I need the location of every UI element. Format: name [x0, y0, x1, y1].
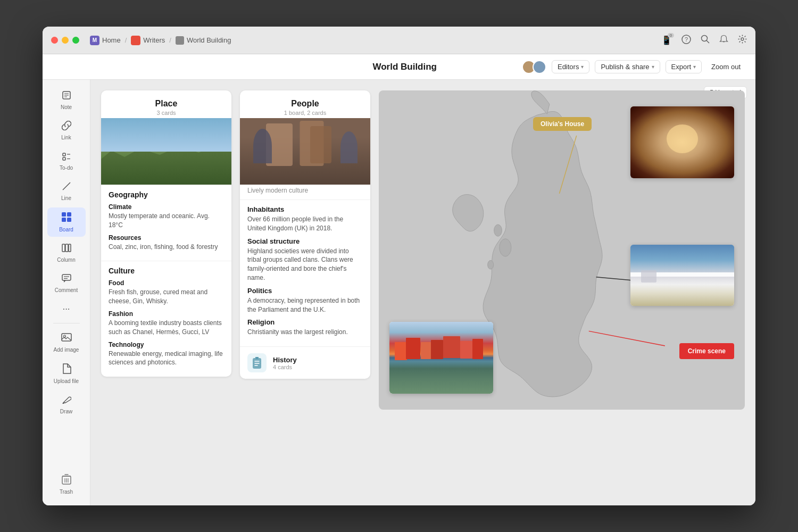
sidebar-item-add-image[interactable]: Add image — [47, 328, 86, 357]
note-icon — [62, 90, 71, 103]
breadcrumb-item-home[interactable]: M Home — [90, 36, 121, 45]
food-label: Food — [109, 279, 224, 287]
app-header: World Building Editors ▾ Publish & share… — [43, 54, 755, 80]
breadcrumb-wb-label: World Building — [187, 36, 231, 44]
history-info: History 4 cards — [273, 356, 297, 370]
line-icon — [62, 181, 71, 194]
sidebar: Note Link To-do Line — [43, 80, 90, 505]
breadcrumb-item-wb[interactable]: World Building — [176, 36, 231, 45]
sidebar-item-note[interactable]: Note — [47, 86, 86, 114]
svg-rect-22 — [62, 275, 71, 280]
add-image-icon — [61, 332, 72, 345]
sidebar-item-todo[interactable]: To-do — [47, 147, 86, 175]
more-icon: ··· — [62, 304, 70, 314]
social-value: Highland societies were divided into tri… — [247, 247, 363, 282]
wb-icon — [176, 36, 184, 45]
crime-scene-label: Crime scene — [679, 343, 734, 359]
phone-icon[interactable]: 📱 0 — [661, 35, 672, 45]
svg-rect-15 — [62, 212, 66, 217]
svg-point-5 — [741, 38, 744, 40]
title-bar: M Home / Writers / World Building 📱 0 ? — [43, 27, 755, 54]
geography-title: Geography — [109, 190, 224, 199]
sidebar-item-draw[interactable]: Draw — [47, 390, 86, 419]
svg-rect-19 — [62, 244, 65, 252]
place-board-card[interactable]: Place 3 cards Geography Climate Mostly t… — [101, 90, 231, 377]
mac-window: M Home / Writers / World Building 📱 0 ? — [43, 27, 755, 505]
help-icon[interactable]: ? — [681, 35, 691, 46]
caves-annotation[interactable]: The caves — [630, 106, 734, 178]
todo-label: To-do — [60, 165, 73, 171]
people-board-card[interactable]: People 1 board, 2 cards Live — [240, 90, 370, 379]
svg-point-2 — [702, 36, 708, 41]
chevron-down-icon: ▾ — [581, 64, 584, 70]
draw-label: Draw — [60, 409, 72, 414]
maximize-button[interactable] — [72, 37, 79, 44]
crime-scene-annotation[interactable]: Crime scene — [679, 343, 734, 359]
export-button[interactable]: Export ▾ — [666, 60, 702, 73]
politics-label: Politics — [247, 287, 363, 295]
board-icon — [61, 212, 72, 225]
search-icon[interactable] — [701, 35, 710, 46]
editors-button[interactable]: Editors ▾ — [552, 60, 589, 73]
svg-line-3 — [706, 40, 709, 43]
sidebar-item-line[interactable]: Line — [47, 177, 86, 205]
people-card-header: People 1 board, 2 cards — [240, 90, 370, 118]
breadcrumb-writers-label: Writers — [143, 36, 165, 44]
breadcrumb-item-writers[interactable]: Writers — [131, 36, 165, 45]
close-button[interactable] — [51, 37, 58, 44]
todo-icon — [62, 151, 71, 163]
climate-value: Mostly temperate and oceanic. Avg. 18°C — [109, 212, 224, 230]
svg-line-14 — [63, 182, 70, 190]
link-label: Link — [61, 135, 71, 140]
olivias-house-annotation[interactable]: Olivia's House — [533, 117, 592, 131]
minimize-button[interactable] — [62, 37, 69, 44]
main-area: Note Link To-do Line — [43, 80, 755, 505]
fashion-value: A booming textile industry boasts client… — [109, 319, 224, 337]
editors-label: Editors — [558, 63, 579, 71]
history-title: History — [273, 356, 297, 364]
sidebar-item-more[interactable]: ··· — [47, 300, 86, 319]
food-value: Fresh fish, grouse, cured meat and chees… — [109, 288, 224, 306]
sidebar-item-board[interactable]: Board — [47, 207, 86, 237]
inhabitants-label: Inhabitants — [247, 205, 363, 213]
publish-share-button[interactable]: Publish & share ▾ — [595, 60, 660, 73]
traffic-lights — [51, 37, 79, 44]
trash-icon — [62, 474, 71, 487]
caves-image — [630, 106, 734, 168]
settings-icon[interactable] — [738, 35, 747, 46]
sidebar-divider — [53, 323, 80, 323]
religion-value: Christianity was the largest religion. — [247, 328, 363, 337]
olivias-house-label: Olivia's House — [533, 117, 592, 131]
sidebar-item-column[interactable]: Column — [47, 239, 86, 267]
history-icon — [247, 353, 267, 372]
svg-rect-21 — [69, 244, 71, 252]
comment-label: Comment — [55, 287, 78, 293]
svg-point-26 — [63, 335, 65, 337]
svg-point-34 — [494, 225, 502, 236]
content-area: 5 Unsorted Place 3 cards — [90, 80, 755, 505]
svg-rect-17 — [62, 218, 66, 222]
comment-icon — [62, 273, 71, 286]
svg-point-35 — [488, 260, 494, 269]
svg-point-33 — [500, 239, 511, 256]
zoom-out-button[interactable]: Zoom out — [707, 61, 745, 73]
sidebar-item-trash[interactable]: Trash — [47, 470, 86, 499]
svg-rect-12 — [63, 157, 65, 160]
resources-value: Coal, zinc, iron, fishing, food & forest… — [109, 243, 224, 252]
add-image-label: Add image — [54, 347, 79, 353]
sidebar-item-link[interactable]: Link — [47, 117, 86, 145]
svg-rect-20 — [65, 244, 68, 252]
cliffs-image — [630, 245, 734, 306]
map-background: Olivia's House — [379, 90, 745, 410]
history-section[interactable]: History 4 cards — [240, 346, 370, 379]
village-annotation[interactable]: Seaside village — [389, 322, 493, 394]
sidebar-item-comment[interactable]: Comment — [47, 269, 86, 297]
cliffs-annotation[interactable] — [630, 245, 734, 306]
draw-icon — [62, 395, 71, 407]
sidebar-item-upload-file[interactable]: Upload file — [47, 359, 86, 388]
line-label: Line — [61, 195, 71, 201]
link-icon — [62, 121, 71, 133]
svg-rect-25 — [62, 334, 71, 341]
bell-icon[interactable] — [719, 35, 728, 46]
header-actions: Editors ▾ Publish & share ▾ Export ▾ Zoo… — [522, 60, 745, 74]
